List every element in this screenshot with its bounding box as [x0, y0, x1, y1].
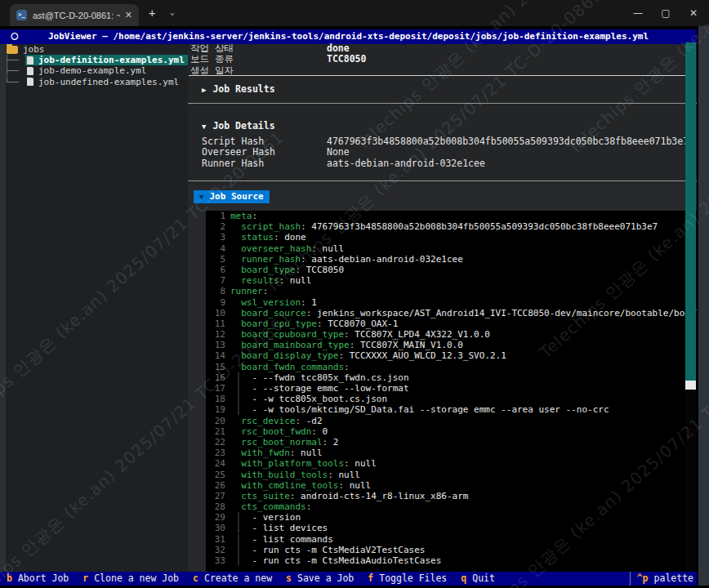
line-number: 1	[206, 211, 230, 221]
yaml-colon: :	[274, 232, 279, 243]
code-line: 3 status: done	[206, 232, 697, 243]
yaml-value: TCC8070_OAX-1	[323, 318, 399, 329]
new-tab-button[interactable]: +	[149, 7, 155, 20]
footer-key: c	[193, 572, 198, 584]
yaml-value: null	[317, 243, 344, 254]
job-details-title: Job Details	[212, 120, 274, 131]
panel-scrollbar-track[interactable]	[685, 390, 696, 572]
line-number: 25	[206, 470, 230, 480]
app-header-icon[interactable]: ⭘	[11, 29, 19, 44]
line-number: 21	[206, 426, 230, 437]
yaml-value: TCC8050	[301, 265, 344, 275]
code-line: 2 script_hash: 4767963f3b4858800a52b008b…	[206, 221, 697, 232]
sidebar-left-edge	[0, 44, 6, 572]
yaml-key: board_mainboard_type	[230, 340, 350, 350]
indent-guide: │	[230, 534, 241, 545]
yaml-colon: :	[263, 286, 269, 296]
file-name: job-demo-example.yml	[38, 65, 146, 76]
footer-key: f	[368, 572, 373, 584]
terminal-scrollbar-track[interactable]	[698, 26, 709, 586]
tree-root-row[interactable]: jobs	[0, 44, 188, 55]
code-text: - -w tcc805x_boot.cs.json	[241, 394, 387, 404]
code-line: 10 board_source: jenkins_workspace/AST_A…	[206, 308, 697, 318]
code-line: 22 rsc_boot_normal: 2	[206, 437, 697, 448]
yaml-key: results	[230, 275, 279, 286]
folder-icon	[7, 46, 18, 54]
code-line: 25 with_build_tools: null	[206, 470, 697, 480]
yaml-colon: :	[344, 329, 350, 340]
code-text: - list commands	[241, 534, 333, 545]
code-text: - --storage emmc --low-format	[241, 383, 408, 394]
indent-guide: │	[230, 372, 241, 383]
collapsible-job-results[interactable]: ▶Job Results	[202, 83, 275, 95]
yaml-colon: :	[328, 470, 333, 480]
yaml-key: with_build_tools	[230, 470, 328, 480]
code-line: 5 runner_hash: aats-debian-android-032e1…	[206, 254, 697, 265]
yaml-colon: :	[344, 458, 350, 469]
code-line: 16 │ - --fwdn tcc805x_fwdn.cs.json	[206, 372, 697, 383]
property-table-rule	[189, 75, 695, 76]
code-text: - version	[241, 512, 301, 523]
yaml-key: cts_commands	[230, 501, 306, 512]
command-palette-binding[interactable]: ^ppalette	[630, 572, 693, 586]
detail-row: Runner Hashaats-debian-android-032e1cee	[188, 158, 697, 169]
panel-scrollbar-thumb[interactable]	[685, 42, 696, 381]
line-number: 22	[206, 437, 230, 448]
tree-file-row[interactable]: └──job-undefined-examples.yml	[0, 77, 188, 87]
code-line: 1meta:	[206, 211, 697, 221]
footer-binding[interactable]: rClone a new Job	[82, 572, 179, 586]
footer-label: Quit	[472, 572, 495, 584]
yaml-key: with_platform_tools	[230, 458, 344, 469]
footer-binding[interactable]: cCreate a new	[193, 572, 272, 586]
footer-binding[interactable]: qQuit	[461, 572, 495, 586]
code-line: 15 board_fwdn_commands:	[206, 362, 697, 372]
line-number: 6	[206, 265, 230, 275]
close-button[interactable]: ✕	[675, 0, 709, 26]
collapsible-job-source[interactable]: ▼Job Source	[194, 190, 270, 203]
tree-file-row[interactable]: ├──job-demo-example.yml	[0, 65, 188, 76]
code-line: 8runner:	[206, 286, 697, 296]
indent-guide: │	[230, 555, 241, 566]
footer-key: b	[7, 572, 12, 584]
line-number: 18	[206, 394, 230, 404]
yaml-value: 4767963f3b4858800a52b008b304fb50055a5093…	[306, 221, 658, 232]
tab-dropdown-icon[interactable]: ⌄	[170, 7, 175, 16]
line-number: 8	[206, 286, 230, 296]
code-line: 26 with_cmdline_tools: null	[206, 480, 697, 491]
palette-label: palette	[654, 572, 693, 584]
yaml-key: script_hash	[230, 221, 301, 232]
yaml-value: null	[295, 448, 322, 458]
tree-file-row[interactable]: ├──job-definition-examples.yml	[0, 55, 188, 65]
yaml-key: with_cmdline_tools	[230, 480, 338, 491]
yaml-source-view[interactable]: 1meta:2 script_hash: 4767963f3b4858800a5…	[206, 211, 697, 572]
yaml-key: cts_suite	[230, 491, 290, 501]
footer-binding[interactable]: bAbort Job	[7, 572, 69, 586]
yaml-value: TCC807X_MAIN_V1.0.0	[354, 340, 462, 350]
terminal-titlebar: >_ ast@TC-D-20-0861: ~ ✕ + ⌄ — ▢ ✕	[0, 0, 709, 26]
footer-binding[interactable]: fToggle Files	[368, 572, 447, 586]
property-label: 보드 종류	[190, 54, 327, 65]
tab-close-icon[interactable]: ✕	[125, 10, 132, 20]
code-line: 7 results: null	[206, 275, 697, 286]
file-name: job-definition-examples.yml	[38, 55, 185, 65]
code-text: - list devices	[241, 523, 328, 533]
terminal-tab[interactable]: >_ ast@TC-D-20-0861: ~ ✕	[10, 4, 139, 26]
file-tree[interactable]: jobs ├──job-definition-examples.yml├──jo…	[0, 44, 188, 572]
code-scrollbar-thumb[interactable]	[685, 381, 696, 390]
footer-label: Clone a new Job	[94, 572, 179, 584]
footer-binding[interactable]: sSave a Job	[286, 572, 354, 586]
yaml-value: null	[333, 470, 360, 480]
line-number: 28	[206, 501, 230, 512]
line-number: 27	[206, 491, 230, 501]
section-divider	[188, 103, 697, 104]
yaml-value: TCC807X_LPD4_4X322_V1.0.0	[350, 329, 490, 340]
yaml-key: rsc_boot_normal	[230, 437, 323, 448]
code-line: 17 │ - --storage emmc --low-format	[206, 383, 697, 394]
detail-label: Script Hash	[202, 136, 327, 147]
indent-guide: │	[230, 404, 241, 415]
code-line: 6 board_type: TCC8050	[206, 265, 697, 275]
collapsible-job-details[interactable]: ▼Job Details	[202, 120, 275, 131]
detail-value: 4767963f3b4858800a52b008b304fb50055a5093…	[327, 136, 697, 147]
line-number: 19	[206, 404, 230, 415]
yaml-value: null	[284, 275, 311, 286]
